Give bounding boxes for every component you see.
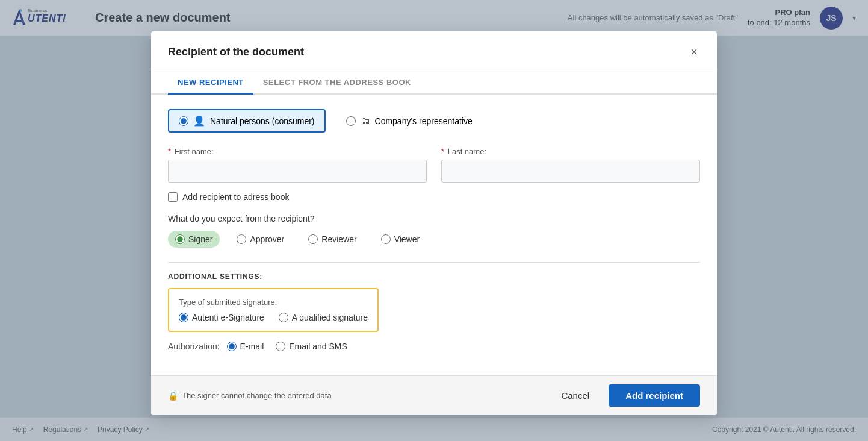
- role-viewer-radio[interactable]: [381, 234, 391, 244]
- type-natural-radio[interactable]: [179, 116, 188, 126]
- type-company-label: Company's representative: [375, 116, 473, 126]
- signature-type-box: Type of submitted signature: Autenti e-S…: [168, 288, 379, 332]
- modal-overlay: Recipient of the document × NEW RECIPIEN…: [0, 0, 868, 441]
- tab-address-book[interactable]: SELECT FROM THE ADDRESS BOOK: [253, 70, 421, 95]
- type-company-rep[interactable]: 🗂 Company's representative: [335, 109, 483, 133]
- tab-new-recipient[interactable]: NEW RECIPIENT: [168, 70, 253, 95]
- role-reviewer-label: Reviewer: [321, 234, 356, 244]
- footer-note-text: The signer cannot change the entered dat…: [182, 391, 332, 400]
- first-name-input[interactable]: [168, 160, 427, 183]
- role-question: What do you expect from the recipient?: [168, 214, 700, 224]
- company-icon: 🗂: [361, 116, 370, 127]
- modal-body: 👤 Natural persons (consumer) 🗂 Company's…: [151, 95, 717, 375]
- last-name-label: * Last name:: [441, 147, 700, 156]
- role-approver-radio[interactable]: [237, 234, 246, 244]
- sig-qualified[interactable]: A qualified signature: [279, 313, 368, 322]
- last-name-label-text: Last name:: [448, 147, 486, 156]
- role-viewer[interactable]: Viewer: [374, 231, 427, 248]
- type-company-radio[interactable]: [346, 116, 356, 126]
- role-signer-radio[interactable]: [175, 234, 185, 244]
- modal-title: Recipient of the document: [168, 46, 304, 58]
- auth-email[interactable]: E-mail: [227, 342, 264, 351]
- type-natural-label: Natural persons (consumer): [210, 116, 315, 126]
- sig-autenti-radio[interactable]: [179, 313, 188, 322]
- role-reviewer-radio[interactable]: [308, 234, 318, 244]
- auth-email-label: E-mail: [240, 342, 264, 351]
- name-fields-row: * First name: * Last name:: [168, 147, 700, 183]
- modal-header: Recipient of the document ×: [151, 31, 717, 70]
- role-approver-label: Approver: [250, 234, 284, 244]
- auth-email-sms-label: Email and SMS: [289, 342, 347, 351]
- last-name-required-star: *: [441, 147, 444, 156]
- auth-email-radio[interactable]: [227, 342, 237, 351]
- auth-email-sms[interactable]: Email and SMS: [276, 342, 347, 351]
- first-name-label-text: First name:: [175, 147, 214, 156]
- person-icon: 👤: [193, 115, 205, 127]
- sig-autenti[interactable]: Autenti e-Signature: [179, 313, 264, 322]
- signature-type-label: Type of submitted signature:: [179, 298, 368, 307]
- address-book-label: Add recipient to adress book: [182, 192, 289, 202]
- signature-options: Autenti e-Signature A qualified signatur…: [179, 313, 368, 322]
- auth-options: E-mail Email and SMS: [227, 342, 347, 351]
- lock-icon: 🔒: [168, 391, 178, 401]
- last-name-group: * Last name:: [441, 147, 700, 183]
- first-name-required-star: *: [168, 147, 171, 156]
- role-approver[interactable]: Approver: [229, 231, 291, 248]
- recipient-type-row: 👤 Natural persons (consumer) 🗂 Company's…: [168, 109, 700, 133]
- cancel-button[interactable]: Cancel: [549, 384, 601, 407]
- sig-qualified-radio[interactable]: [279, 313, 288, 322]
- modal-dialog: Recipient of the document × NEW RECIPIEN…: [151, 31, 717, 415]
- modal-tabs: NEW RECIPIENT SELECT FROM THE ADDRESS BO…: [151, 70, 717, 95]
- role-reviewer[interactable]: Reviewer: [301, 231, 364, 248]
- role-options: Signer Approver Reviewer Viewer: [168, 231, 700, 248]
- add-recipient-button[interactable]: Add recipient: [609, 384, 700, 407]
- settings-title: ADDITIONAL SETTINGS:: [168, 272, 700, 281]
- footer-note: 🔒 The signer cannot change the entered d…: [168, 391, 332, 401]
- modal-footer: 🔒 The signer cannot change the entered d…: [151, 375, 717, 415]
- address-book-checkbox-row: Add recipient to adress book: [168, 192, 700, 202]
- auth-email-sms-radio[interactable]: [276, 342, 285, 351]
- first-name-group: * First name:: [168, 147, 427, 183]
- close-button[interactable]: ×: [688, 43, 700, 60]
- address-book-checkbox[interactable]: [168, 192, 178, 202]
- footer-actions: Cancel Add recipient: [549, 384, 700, 407]
- type-natural-person[interactable]: 👤 Natural persons (consumer): [168, 109, 326, 133]
- last-name-input[interactable]: [441, 160, 700, 183]
- first-name-label: * First name:: [168, 147, 427, 156]
- role-viewer-label: Viewer: [394, 234, 420, 244]
- role-signer-label: Signer: [188, 234, 212, 244]
- authorization-label: Authorization:: [168, 342, 220, 351]
- role-signer[interactable]: Signer: [168, 231, 220, 248]
- sig-autenti-label: Autenti e-Signature: [192, 313, 264, 322]
- sig-qualified-label: A qualified signature: [292, 313, 368, 322]
- authorization-row: Authorization: E-mail Email and SMS: [168, 342, 700, 351]
- divider: [168, 262, 700, 263]
- additional-settings-section: ADDITIONAL SETTINGS: Type of submitted s…: [168, 272, 700, 351]
